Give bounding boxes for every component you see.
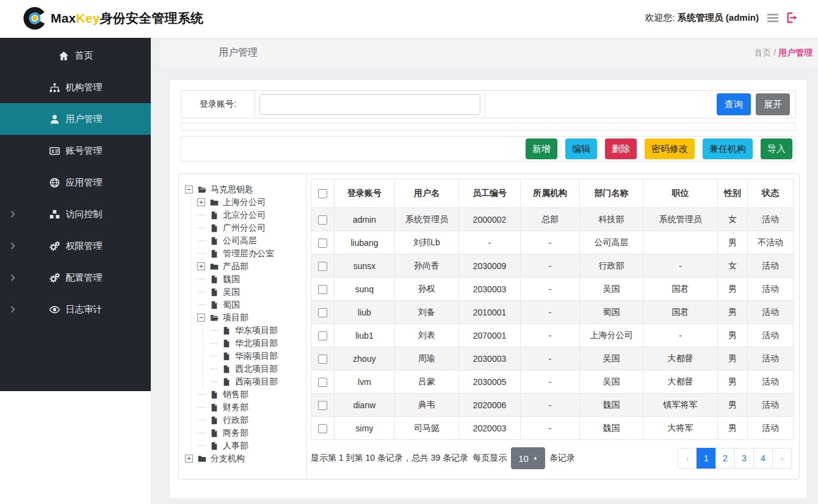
tree-guide [197, 375, 209, 388]
tree-node[interactable]: 蜀国 [185, 298, 304, 311]
row-select-cell [311, 370, 335, 394]
login-account-input[interactable] [259, 94, 480, 115]
table-cell: - [521, 417, 580, 440]
table-row[interactable]: simy司马懿2020003-魏国大将军男活动 [311, 417, 794, 440]
row-checkbox[interactable] [318, 401, 327, 410]
row-checkbox[interactable] [318, 378, 327, 387]
row-checkbox[interactable] [318, 262, 327, 271]
tree-node[interactable]: 行政部 [185, 414, 304, 427]
tree-expander[interactable]: + [185, 455, 197, 463]
tree-node[interactable]: 华东项目部 [185, 324, 304, 337]
sidebar-item-audit[interactable]: 日志审计 [0, 293, 151, 325]
table-cell: sunq [335, 278, 395, 301]
page-size-dropdown[interactable]: 10 ▲ [511, 447, 545, 469]
table-cell: 吕蒙 [395, 370, 459, 394]
breadcrumb-home-link[interactable]: 首页 [754, 48, 771, 57]
home-icon [58, 50, 70, 62]
toolbar-button[interactable]: 兼任机构 [703, 139, 753, 159]
toolbar-button[interactable]: 新增 [526, 139, 557, 159]
tree-expander[interactable]: + [197, 262, 209, 270]
table-row[interactable]: liubang刘邦Lb--公司高层男不活动 [311, 231, 794, 254]
menu-toggle-icon[interactable] [766, 11, 780, 24]
column-header[interactable]: 用户名 [395, 179, 459, 208]
row-checkbox[interactable] [318, 355, 327, 364]
logout-icon[interactable] [785, 11, 798, 24]
column-header[interactable]: 性别 [718, 179, 748, 208]
row-checkbox[interactable] [318, 308, 327, 317]
column-header[interactable]: 员工编号 [459, 179, 521, 208]
user-table: 登录账号用户名员工编号所属机构部门名称职位性别状态 admin系统管理员2000… [311, 179, 794, 440]
row-checkbox[interactable] [318, 215, 327, 225]
tree-node[interactable]: + 产品部 [185, 260, 304, 273]
sidebar-item-home[interactable]: 首页 [0, 40, 151, 71]
chevron-right-icon [9, 210, 17, 218]
page-button[interactable]: 1 [697, 448, 716, 469]
tree-connector [197, 414, 209, 427]
sidebar-item-users[interactable]: 用户管理 [0, 103, 151, 135]
expand-button[interactable]: 展开 [756, 93, 790, 115]
query-button[interactable]: 查询 [717, 93, 751, 115]
tree-node[interactable]: 管理层办公室 [185, 247, 304, 260]
table-row[interactable]: sunsx孙尚香2030009-行政部-女活动 [311, 254, 794, 278]
prev-page-button[interactable]: ‹ [678, 448, 697, 469]
sidebar-item-access[interactable]: 访问控制 [0, 198, 151, 230]
next-page-button[interactable]: › [772, 448, 792, 469]
tree-node[interactable]: 吴国 [185, 286, 304, 298]
select-all-checkbox[interactable] [318, 189, 327, 198]
column-header[interactable]: 所属机构 [521, 179, 580, 208]
pager: ‹1234› [678, 448, 792, 469]
sidebar-item-apps[interactable]: 应用管理 [0, 167, 151, 198]
tree-expander[interactable]: − [185, 185, 197, 193]
tree-node[interactable]: + 分支机构 [185, 452, 304, 465]
table-row[interactable]: lvm吕蒙2030005-吴国大都督男活动 [311, 370, 794, 394]
row-checkbox[interactable] [318, 424, 327, 433]
tree-node[interactable]: 西南项目部 [185, 375, 304, 388]
column-header[interactable]: 登录账号 [335, 179, 395, 208]
table-cell: 男 [718, 301, 748, 324]
sidebar-item-label: 权限管理 [66, 240, 103, 252]
row-checkbox[interactable] [318, 285, 327, 294]
tree-node[interactable]: 华北项目部 [185, 337, 304, 350]
toolbar-button[interactable]: 密码修改 [645, 139, 695, 159]
table-cell: liub [335, 301, 395, 324]
toolbar-button[interactable]: 编辑 [565, 139, 597, 159]
tree-node[interactable]: − 马克思钥匙 [185, 183, 304, 196]
tree-node[interactable]: 公司高层 [185, 234, 304, 247]
tree-expander[interactable]: − [197, 314, 209, 322]
toolbar-button[interactable]: 导入 [761, 139, 792, 159]
tree-node[interactable]: 西北项目部 [185, 362, 304, 375]
page-button[interactable]: 4 [753, 448, 773, 469]
tree-node[interactable]: 财务部 [185, 401, 304, 414]
page-button[interactable]: 2 [715, 448, 735, 469]
sidebar-item-config[interactable]: 配置管理 [0, 262, 151, 293]
column-header[interactable]: 状态 [748, 179, 794, 208]
column-header[interactable]: 职位 [643, 179, 718, 208]
table-cell: - [521, 254, 580, 278]
sidebar-item-perm[interactable]: 权限管理 [0, 230, 151, 262]
column-header[interactable]: 部门名称 [580, 179, 643, 208]
table-row[interactable]: dianw典韦2020006-魏国镇军将军男活动 [311, 394, 794, 417]
table-row[interactable]: liub刘备2010001-蜀国国君男活动 [311, 301, 794, 324]
tree-node-label: 华东项目部 [235, 325, 278, 336]
tree-node[interactable]: 商务部 [185, 427, 304, 439]
sidebar-item-account[interactable]: 账号管理 [0, 135, 151, 167]
tree-node[interactable]: 华南项目部 [185, 350, 304, 362]
tree-node[interactable]: 广州分公司 [185, 221, 304, 234]
tree-node[interactable]: − 项目部 [185, 311, 304, 324]
tree-node[interactable]: + 上海分公司 [185, 196, 304, 209]
tree-node[interactable]: 魏国 [185, 273, 304, 286]
table-row[interactable]: admin系统管理员2000002总部科技部系统管理员女活动 [311, 208, 794, 231]
table-row[interactable]: liub1刘表2070001-上海分公司-男活动 [311, 324, 794, 347]
table-row[interactable]: zhouy周瑜2030003-吴国大都督男活动 [311, 347, 794, 370]
toolbar-button[interactable]: 删除 [605, 139, 637, 159]
row-checkbox[interactable] [318, 239, 327, 248]
tree-node[interactable]: 人事部 [185, 439, 304, 452]
sidebar-item-org[interactable]: 机构管理 [0, 71, 151, 103]
tree-expander[interactable]: + [197, 198, 209, 206]
tree-node[interactable]: 北京分公司 [185, 209, 304, 221]
row-checkbox[interactable] [318, 331, 327, 340]
page-button[interactable]: 3 [734, 448, 754, 469]
table-row[interactable]: sunq孙权2030003-吴国国君男活动 [311, 278, 794, 301]
tree-node[interactable]: 销售部 [185, 388, 304, 401]
table-cell: 女 [718, 208, 748, 231]
